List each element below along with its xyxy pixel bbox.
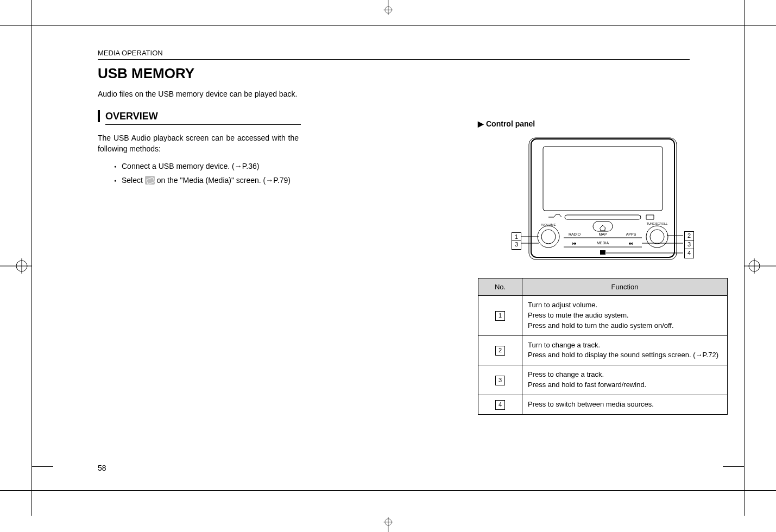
- table-cell-no: 3: [478, 365, 522, 395]
- radio-button-label: RADIO: [569, 232, 581, 236]
- svg-point-18: [646, 226, 668, 248]
- boxed-number: 1: [495, 311, 505, 321]
- triangle-right-icon: ▶: [478, 119, 484, 128]
- table-cell-function: Turn to adjust volume. Press to mute the…: [522, 296, 728, 336]
- crop-mark: [31, 0, 32, 25]
- right-column: ▶Control panel: [478, 119, 728, 415]
- registration-mark-top: [381, 0, 396, 15]
- table-row: 3 Press to change a track. Press and hol…: [478, 365, 728, 395]
- list-item: Select on the "Media (Media)" screen. (→…: [114, 173, 299, 188]
- control-panel-illustration: RADIO MAP APPS ⏮ MEDIA ⏭ /VOLUME TUNE/SC…: [516, 135, 690, 265]
- svg-point-17: [541, 230, 556, 244]
- method-list: Connect a USB memory device. (→P.36) Sel…: [114, 159, 299, 188]
- page-title: USB MEMORY: [98, 65, 690, 82]
- table-cell-function: Press to change a track. Press and hold …: [522, 365, 728, 395]
- svg-rect-14: [543, 147, 663, 211]
- control-panel-heading: ▶Control panel: [478, 119, 728, 128]
- overview-paragraph: The USB Audio playback screen can be acc…: [98, 132, 299, 155]
- table-cell-function: Press to switch between media sources.: [522, 395, 728, 414]
- subheading-rule: [105, 124, 301, 125]
- table-cell-no: 4: [478, 395, 522, 414]
- table-row: 2 Turn to change a track. Press and hold…: [478, 335, 728, 365]
- page: MEDIA OPERATION USB MEMORY Audio files o…: [0, 0, 776, 532]
- subheading: OVERVIEW: [105, 111, 158, 122]
- next-track-icon: ⏭: [629, 241, 633, 246]
- control-panel-heading-text: Control panel: [486, 119, 535, 128]
- table-row: 4 Press to switch between media sources.: [478, 395, 728, 414]
- map-button-label: MAP: [598, 232, 607, 236]
- table-cell-function: Turn to change a track. Press and hold t…: [522, 335, 728, 365]
- apps-button-label: APPS: [626, 232, 636, 236]
- list-item: Connect a USB memory device. (→P.36): [114, 159, 299, 174]
- crop-mark: [31, 466, 53, 467]
- list-item-text-post: on the "Media (Media)" screen. (→P.79): [155, 176, 291, 185]
- table-cell-no: 2: [478, 335, 522, 365]
- page-number: 58: [98, 464, 106, 472]
- table-header-row: No. Function: [478, 278, 728, 296]
- subheading-bar-icon: [98, 110, 100, 122]
- registration-mark-bottom: [381, 517, 396, 532]
- table-header-no: No.: [478, 278, 522, 296]
- crop-mark: [31, 491, 32, 516]
- volume-knob-label: /VOLUME: [541, 223, 556, 226]
- boxed-number: 3: [495, 376, 505, 385]
- svg-rect-20: [593, 221, 613, 231]
- crop-mark: [745, 490, 776, 491]
- boxed-number: 4: [495, 400, 505, 410]
- crop-mark: [744, 0, 745, 25]
- svg-point-16: [538, 226, 559, 248]
- list-item-text: Connect a USB memory device. (→P.36): [122, 162, 259, 170]
- content-area: MEDIA OPERATION USB MEMORY Audio files o…: [98, 49, 690, 188]
- svg-rect-12: [531, 139, 674, 257]
- running-header: MEDIA OPERATION: [98, 49, 690, 57]
- list-item-text-pre: Select: [122, 176, 145, 185]
- callout-3-left: 3: [512, 240, 521, 250]
- table-header-function: Function: [522, 278, 728, 296]
- svg-rect-15: [565, 215, 641, 219]
- registration-mark-left: [0, 258, 31, 274]
- lead-paragraph: Audio files on the USB memory device can…: [98, 90, 690, 98]
- crop-mark: [744, 491, 745, 516]
- svg-point-19: [650, 230, 664, 244]
- media-button-label: MEDIA: [597, 241, 609, 245]
- header-rule: [98, 59, 690, 60]
- prev-track-icon: ⏮: [572, 241, 577, 246]
- usb-icon: [145, 176, 155, 185]
- registration-mark-right: [745, 258, 776, 274]
- callout-4: 4: [684, 249, 694, 258]
- source-switch-icon: [600, 250, 605, 255]
- boxed-number: 2: [495, 346, 505, 356]
- crop-mark: [0, 490, 31, 491]
- table-cell-no: 1: [478, 296, 522, 336]
- control-panel-figure: RADIO MAP APPS ⏮ MEDIA ⏭ /VOLUME TUNE/SC…: [516, 135, 690, 265]
- crop-mark: [0, 25, 31, 26]
- table-row: 1 Turn to adjust volume. Press to mute t…: [478, 296, 728, 336]
- crop-mark: [723, 466, 745, 467]
- tune-knob-label: TUNE/SCROLL: [647, 222, 668, 225]
- function-table: No. Function 1 Turn to adjust volume. Pr…: [478, 278, 728, 415]
- crop-mark: [745, 25, 776, 26]
